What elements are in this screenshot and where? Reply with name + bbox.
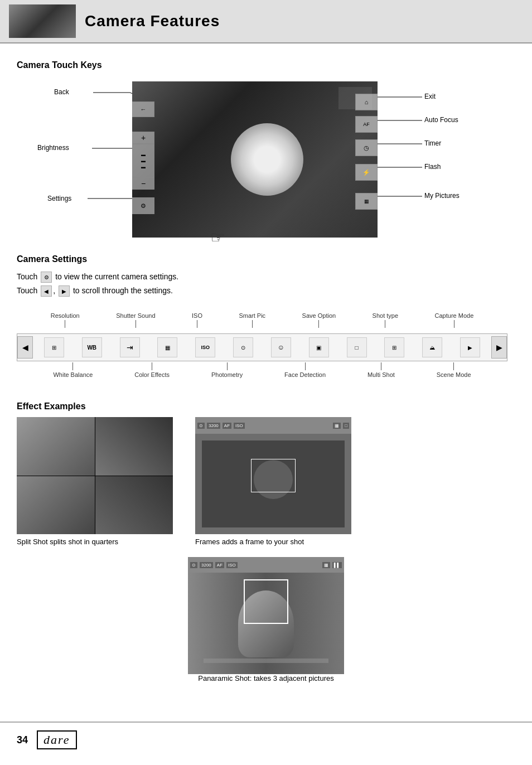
multi-shot-label: Multi Shot <box>367 362 395 378</box>
main-content: Camera Touch Keys <box>0 43 532 705</box>
setting-scene-icon[interactable]: ⛰ <box>422 337 442 357</box>
comma: , <box>53 286 55 295</box>
split-shot-label: Split Shot splits shot in quarters <box>17 538 118 546</box>
settings-label: Settings <box>47 195 71 202</box>
setting-save-icon[interactable]: ▣ <box>309 337 329 357</box>
timer-label: Timer <box>424 139 441 147</box>
setting-smart-icon[interactable]: ☺ <box>271 337 291 357</box>
panaramic-item: ⊙3200AFISO ▦▌▌ Panaramic Shot: takes 3 a… <box>17 557 515 682</box>
settings-icon[interactable]: ⚙ <box>132 197 154 214</box>
brightness-minus-icon[interactable]: − <box>132 177 154 190</box>
split-shot-image <box>17 417 173 534</box>
iso-label: ISO <box>192 312 202 328</box>
frames-top-bar: ⊙3200AFISO ▦□ <box>195 417 351 434</box>
settings-bar-diagram: Resolution Shutter Sound ISO Smart Pic S… <box>17 306 507 385</box>
header-image <box>9 4 76 38</box>
effect-row-1: Split Shot splits shot in quarters ⊙3200… <box>17 417 515 546</box>
setting-wb-icon[interactable]: WB <box>82 337 102 357</box>
shot-type-label: Shot type <box>373 312 398 328</box>
exit-label: Exit <box>424 93 436 100</box>
touch-hand-icon: ☞ <box>210 227 225 247</box>
touch-desc-2: to scroll through the settings. <box>73 286 173 295</box>
shutter-sound-label: Shutter Sound <box>116 312 155 328</box>
face-detection-label: Face Detection <box>284 362 326 378</box>
my-pictures-icon[interactable]: ▦ <box>355 193 378 210</box>
brand-logo: Dare <box>37 730 77 749</box>
camera-touch-keys-diagram: ← + ▬▬▬ − ⚙ ⌂ AF ◷ ⚡ ▦ <box>21 76 511 249</box>
settings-below-labels: White Balance Color Effects Photometry F… <box>17 362 507 385</box>
camera-settings-description: Touch ⚙ to view the current camera setti… <box>17 270 515 298</box>
page-title: Camera Features <box>85 12 220 30</box>
my-pictures-label: My Pictures <box>424 192 460 200</box>
touch-label-2: Touch <box>17 286 37 295</box>
prev-icon-inline[interactable]: ◀ <box>41 285 52 297</box>
photometry-label: Photometry <box>211 362 243 378</box>
brightness-plus-icon[interactable]: + <box>132 132 154 144</box>
camera-touch-keys-title: Camera Touch Keys <box>17 60 515 70</box>
brightness-slider-icon[interactable]: ▬▬▬ <box>132 144 154 177</box>
page-footer: 34 Dare <box>0 722 532 757</box>
save-option-label: Save Option <box>302 312 336 328</box>
back-label: Back <box>54 88 69 96</box>
setting-face-icon[interactable]: ⊙ <box>233 337 253 357</box>
timer-icon[interactable]: ◷ <box>355 139 378 156</box>
frames-item: ⊙3200AFISO ▦□ Frames adds a frame to you… <box>195 417 351 546</box>
page-number: 34 <box>17 734 28 746</box>
page-header: Camera Features <box>0 0 532 43</box>
frames-label: Frames adds a frame to your shot <box>195 538 304 546</box>
setting-color-icon[interactable]: ⇥ <box>120 337 140 357</box>
exit-icon[interactable]: ⌂ <box>355 94 378 110</box>
color-effects-label: Color Effects <box>134 362 170 378</box>
touch-desc-1: to view the current camera settings. <box>55 272 178 281</box>
smart-pic-label: Smart Pic <box>239 312 265 328</box>
settings-above-labels: Resolution Shutter Sound ISO Smart Pic S… <box>17 306 507 328</box>
brightness-label: Brightness <box>37 144 69 152</box>
setting-shot-type-icon[interactable]: ⊞ <box>384 337 404 357</box>
setting-multi-icon[interactable]: □ <box>347 337 367 357</box>
setting-resolution-icon[interactable]: ⊞ <box>44 337 64 357</box>
settings-icons-list: ⊞ WB ⇥ ▦ ISO ⊙ <box>33 337 491 357</box>
setting-photometry-icon[interactable]: ▦ <box>157 337 177 357</box>
effect-examples-title: Effect Examples <box>17 401 515 411</box>
next-icon-inline[interactable]: ▶ <box>59 285 70 297</box>
settings-next-button[interactable]: ▶ <box>491 336 507 359</box>
settings-icon-bar: ◀ ⊞ WB ⇥ ▦ ISO <box>17 333 507 361</box>
white-balance-label: White Balance <box>53 362 93 378</box>
setting-capture-icon[interactable]: ▶ <box>460 337 480 357</box>
auto-focus-label: Auto Focus <box>424 116 458 124</box>
resolution-label: Resolution <box>51 312 80 328</box>
touch-label-1: Touch <box>17 272 37 281</box>
scene-mode-label: Scene Mode <box>437 362 471 378</box>
auto-focus-icon[interactable]: AF <box>355 116 378 133</box>
setting-iso-icon[interactable]: ISO <box>195 337 215 357</box>
flash-icon[interactable]: ⚡ <box>355 164 378 181</box>
settings-prev-button[interactable]: ◀ <box>17 336 33 359</box>
split-shot-item: Split Shot splits shot in quarters <box>17 417 173 546</box>
settings-icon-inline[interactable]: ⚙ <box>41 272 52 283</box>
panaramic-image: ⊙3200AFISO ▦▌▌ <box>188 557 344 674</box>
flash-label: Flash <box>424 163 441 171</box>
capture-mode-label: Capture Mode <box>435 312 474 328</box>
camera-settings-title: Camera Settings <box>17 254 515 264</box>
pano-top-bar: ⊙3200AFISO ▦▌▌ <box>188 557 344 573</box>
panaramic-label: Panaramic Shot: takes 3 adjacent picture… <box>198 674 334 682</box>
camera-screen: ← + ▬▬▬ − ⚙ ⌂ AF ◷ ⚡ ▦ <box>132 81 378 238</box>
back-icon[interactable]: ← <box>132 101 154 117</box>
frames-image: ⊙3200AFISO ▦□ <box>195 417 351 534</box>
